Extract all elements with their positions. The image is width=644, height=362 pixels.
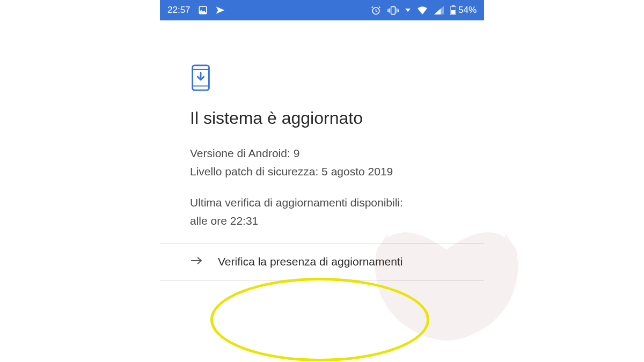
svg-rect-4: [452, 5, 455, 6]
last-check-line-2: alle ore 22:31: [190, 212, 454, 230]
watermark: [361, 228, 532, 362]
status-time: 22:57: [167, 5, 191, 16]
last-check-line-1: Ultima verifica di aggiornamenti disponi…: [190, 194, 454, 212]
svg-rect-5: [451, 10, 455, 14]
arrow-right-icon: [190, 256, 204, 267]
dropdown-icon: [405, 8, 411, 13]
battery-percent: 54%: [458, 5, 477, 16]
vibrate-icon: [387, 5, 399, 16]
battery-icon: [450, 5, 456, 15]
send-icon: [215, 5, 225, 15]
image-icon: [198, 5, 208, 15]
wifi-icon: [417, 6, 428, 14]
status-bar: 22:57: [160, 0, 484, 20]
phone-download-icon: [190, 64, 454, 93]
android-version-line: Versione di Android: 9: [190, 144, 454, 162]
page-title: Il sistema è aggiornato: [190, 108, 454, 128]
svg-rect-2: [391, 6, 396, 14]
security-patch-line: Livello patch di sicurezza: 5 agosto 201…: [190, 162, 454, 181]
alarm-icon: [371, 5, 381, 16]
signal-icon: [434, 6, 444, 14]
